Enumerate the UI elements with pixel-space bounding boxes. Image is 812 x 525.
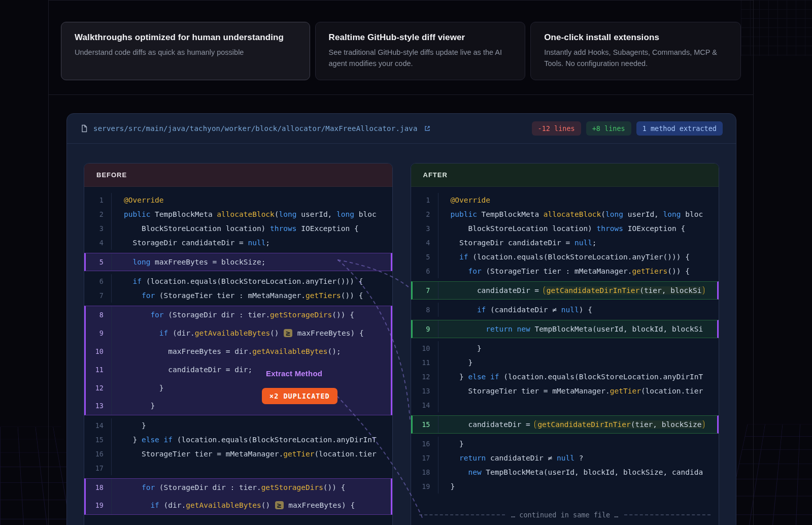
- line-number: 6: [413, 264, 438, 278]
- code-token: StorageTier tier = mMetaManager.: [124, 450, 283, 458]
- code-line: 9 return new TempBlockMeta(userId, block…: [411, 320, 719, 338]
- code-text: }: [438, 440, 464, 448]
- code-line: 7 for (StorageTier tier : mMetaManager.g…: [84, 288, 392, 303]
- line-number: 13: [86, 397, 112, 415]
- added-lines-badge: +8 lines: [586, 121, 631, 136]
- code-text: StorageDir candidateDir = null;: [438, 239, 597, 247]
- code-token: [159, 436, 164, 444]
- code-token: [124, 291, 142, 300]
- code-text: if (dir.getAvailableBytes() ≥ maxFreeByt…: [112, 501, 355, 509]
- code-text: if (location.equals(BlockStoreLocation.a…: [112, 277, 363, 285]
- dashed-line: [419, 514, 505, 515]
- code-line: 12 }: [84, 379, 392, 397]
- code-token: ()) {: [332, 311, 354, 319]
- code-token: (location.tier: [314, 450, 376, 458]
- code-line: 4 StorageDir candidateDir = null;: [411, 236, 719, 250]
- feature-card-walkthroughs[interactable]: Walkthroughs optimized for human underst…: [61, 22, 310, 80]
- code-text: } else if (location.equals(BlockStoreLoc…: [438, 373, 703, 381]
- code-line: 16 StorageTier tier = mMetaManager.getTi…: [84, 447, 392, 461]
- code-token: bloc: [681, 210, 703, 218]
- method-extracted-badge: 1 method extracted: [636, 121, 723, 136]
- code-token: if: [164, 436, 173, 444]
- code-token: getTiers: [306, 291, 341, 300]
- code-token: new: [517, 325, 530, 333]
- code-text: return candidateDir ≠ null ?: [438, 454, 584, 462]
- code-token: if: [150, 501, 159, 509]
- code-line: 6 for (StorageTier tier : mMetaManager.g…: [411, 264, 719, 278]
- code-token: [451, 253, 459, 261]
- feature-card-diff-viewer[interactable]: Realtime GitHub-style diff viewer See tr…: [315, 22, 526, 80]
- code-line: 16 }: [411, 437, 719, 451]
- code-token: [124, 277, 132, 285]
- code-token: }: [124, 421, 146, 430]
- code-token: [124, 501, 150, 509]
- code-line: 18 new TempBlockMeta(userId, blockId, bl…: [411, 465, 719, 479]
- code-token: }: [451, 482, 455, 490]
- code-line: 13 StorageTier tier = mMetaManager.getTi…: [411, 384, 719, 398]
- code-line: 14 }: [84, 418, 392, 433]
- code-token: ()) {: [667, 267, 690, 275]
- code-token: long: [663, 210, 681, 218]
- code-token: (candidateDir ≠: [486, 306, 561, 314]
- code-token: getAvailableBytes: [186, 501, 261, 509]
- feature-card-extensions[interactable]: One-click install extensions Instantly a…: [530, 22, 741, 80]
- continued-separator: … continued in same file …: [419, 511, 711, 519]
- line-number: 7: [86, 288, 112, 303]
- code-text: for (StorageDir dir : tier.getStorageDir…: [112, 311, 354, 319]
- code-text: }: [438, 358, 473, 367]
- line-number: 10: [86, 342, 112, 360]
- code-token: (: [275, 210, 279, 218]
- code-text: @Override: [438, 196, 491, 204]
- extract-method-label: Extract Method: [266, 369, 322, 378]
- code-token: (dir.: [159, 501, 186, 509]
- code-token: TempBlockMeta(userId, blockId, blockSi: [530, 325, 703, 333]
- code-token: getTier: [283, 450, 314, 458]
- code-token: null: [574, 239, 592, 247]
- extracted-call-box: getCandidateDirInTier(tier, blockSi: [544, 286, 705, 294]
- line-number: 4: [86, 236, 112, 250]
- code-token: throws: [597, 224, 623, 233]
- code-text: candidateDir = getCandidateDirInTier(tie…: [438, 286, 705, 294]
- code-token: throws: [270, 224, 296, 233]
- code-token: if: [477, 306, 486, 314]
- line-number: 1: [413, 193, 438, 207]
- code-token: maxFreeBytes) {: [284, 501, 355, 509]
- feature-card-title: Walkthroughs optimized for human underst…: [75, 32, 296, 43]
- file-path[interactable]: servers/src/main/java/tachyon/worker/blo…: [93, 124, 418, 133]
- code-token: StorageDir candidateDir =: [451, 239, 574, 247]
- line-number: 11: [413, 355, 438, 370]
- line-number: 16: [413, 437, 438, 451]
- code-token: maxFreeBytes) {: [293, 329, 364, 337]
- line-number: 12: [86, 379, 112, 397]
- code-text: long maxFreeBytes = blockSize;: [112, 258, 265, 266]
- code-text: if (candidateDir ≠ null) {: [438, 306, 592, 314]
- line-number: 17: [413, 451, 438, 465]
- code-token: long: [605, 210, 623, 218]
- code-token: candidateDir =: [451, 286, 544, 294]
- after-panel: AFTER 1@Override2public TempBlockMeta al…: [411, 163, 720, 525]
- external-link-icon[interactable]: [424, 125, 431, 132]
- code-token: if: [159, 329, 168, 337]
- line-number: 6: [86, 274, 112, 288]
- code-token: new: [468, 468, 481, 476]
- code-token: return: [459, 454, 486, 462]
- code-token: if: [459, 253, 468, 261]
- code-line: 8 if (candidateDir ≠ null) {: [411, 303, 719, 317]
- code-token: long: [132, 258, 150, 266]
- code-text: }: [438, 344, 482, 352]
- code-token: ) {: [579, 306, 592, 314]
- code-token: getStorageDirs: [270, 311, 332, 319]
- code-text: candidateDir = getCandidateDirInTier(tie…: [438, 420, 705, 429]
- line-number: 3: [413, 221, 438, 236]
- code-token: null: [557, 454, 574, 462]
- code-token: [451, 306, 477, 314]
- diff-stats: -12 lines +8 lines 1 method extracted: [532, 121, 723, 136]
- code-token: ();: [328, 347, 341, 355]
- code-token: public: [451, 210, 477, 218]
- code-text: }: [112, 402, 155, 410]
- code-line: 1@Override: [84, 193, 392, 207]
- code-text: @Override: [112, 196, 164, 204]
- code-text: StorageTier tier = mMetaManager.getTier(…: [438, 387, 703, 395]
- code-text: StorageDir candidateDir = null;: [112, 239, 270, 247]
- feature-card-body: Instantly add Hooks, Subagents, Commands…: [544, 47, 719, 70]
